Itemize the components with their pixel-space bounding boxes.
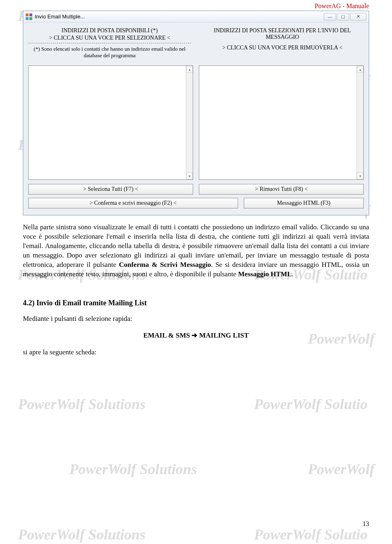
- svg-rect-1: [29, 13, 32, 16]
- remove-all-button[interactable]: > Rimuovi Tutti (F8) <: [199, 184, 364, 195]
- scroll-down-icon[interactable]: ▾: [357, 172, 363, 179]
- email-multiple-window: Invio Email Multiple... — ▢ ✕ INDIRIZZI …: [23, 11, 369, 215]
- close-button[interactable]: ✕: [350, 13, 366, 20]
- scroll-down-icon[interactable]: ▾: [186, 172, 193, 179]
- scroll-up-icon[interactable]: ▴: [357, 66, 363, 73]
- watermark: PowerWolf Solutio: [254, 396, 368, 413]
- watermark: PowerWolf Solutio: [254, 526, 368, 543]
- available-title: INDIRIZZI DI POSTA DISPONIBILI (*): [28, 27, 191, 34]
- selected-listbox[interactable]: ▴ ▾: [199, 65, 364, 180]
- section-heading: 4.2) Invio di Email tramite Mailing List: [23, 298, 369, 308]
- app-icon: [26, 13, 32, 20]
- selected-header: INDIRIZZI DI POSTA SELEZIONATI PER L'INV…: [201, 27, 364, 59]
- paragraph-followup: si apre la seguente scheda:: [23, 348, 369, 357]
- scrollbar[interactable]: ▴ ▾: [356, 66, 363, 179]
- close-icon: ✕: [356, 14, 360, 19]
- watermark: PowerWolf Solutions: [18, 396, 145, 413]
- watermark: PowerWolf: [308, 461, 374, 478]
- svg-rect-0: [26, 13, 29, 16]
- available-header: INDIRIZZI DI POSTA DISPONIBILI (*) > CLI…: [28, 27, 191, 59]
- maximize-icon: ▢: [341, 14, 345, 19]
- svg-rect-3: [29, 17, 32, 20]
- maximize-button[interactable]: ▢: [337, 13, 349, 20]
- watermark: PowerWolf Solutions: [69, 461, 197, 478]
- selected-hint: > CLICCA SU UNA VOCE PER RIMUOVERLA <: [201, 45, 364, 51]
- paragraph-intro: Mediante i pulsanti di selezione rapida:: [23, 314, 369, 324]
- available-listbox[interactable]: ▴ ▾: [28, 65, 193, 180]
- available-hint: > CLICCA SU UNA VOCE PER SELEZIONARE <: [28, 35, 191, 41]
- watermark: PowerWolf Solutions: [18, 526, 145, 543]
- scroll-up-icon[interactable]: ▴: [186, 66, 193, 73]
- paragraph-description: Nella parte sinistra sono visualizzate l…: [23, 223, 369, 279]
- page-number: 13: [363, 520, 369, 528]
- selected-title: INDIRIZZI DI POSTA SELEZIONATI PER L'INV…: [201, 27, 364, 40]
- confirm-write-button[interactable]: > Conferma e scrivi messaggio (F2) <: [28, 198, 238, 208]
- svg-rect-2: [26, 17, 29, 20]
- minimize-icon: —: [328, 14, 332, 19]
- window-titlebar[interactable]: Invio Email Multiple... — ▢ ✕: [23, 11, 369, 22]
- select-all-button[interactable]: > Seleziona Tutti (F7) <: [28, 184, 193, 195]
- scrollbar[interactable]: ▴ ▾: [186, 66, 193, 179]
- doc-header: PowerAG - Manuale: [0, 0, 392, 11]
- nav-path: EMAIL & SMS ➔ MAILING LIST: [23, 331, 369, 340]
- window-title: Invio Email Multiple...: [35, 13, 85, 20]
- minimize-button[interactable]: —: [324, 13, 336, 20]
- available-note: (*) Sono elencati solo i contatti che ha…: [28, 46, 191, 59]
- html-message-button[interactable]: Messaggio HTML (F3): [244, 198, 364, 208]
